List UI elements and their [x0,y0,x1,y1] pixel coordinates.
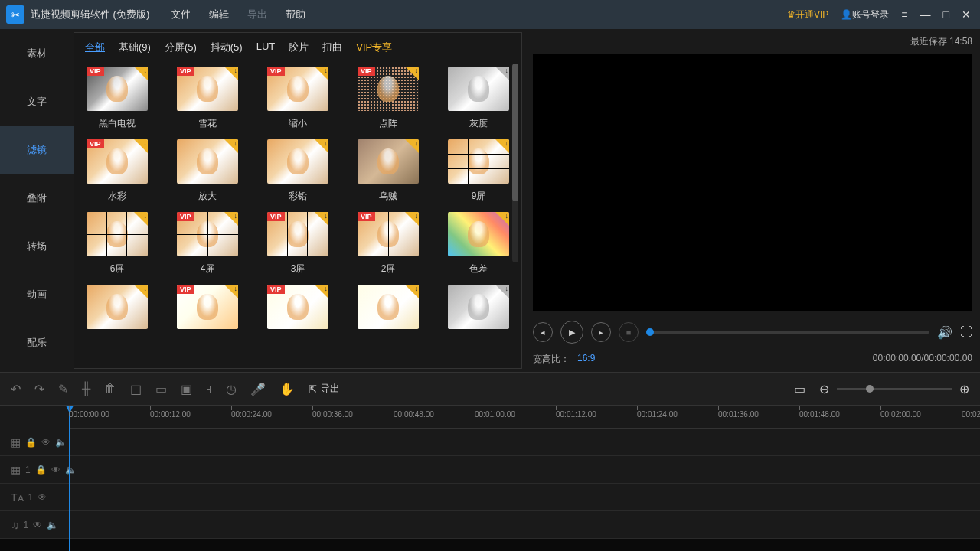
volume-icon[interactable]: 🔊 [937,325,952,340]
scrollbar[interactable] [512,64,518,262]
menu-edit[interactable]: 编辑 [209,8,229,21]
prev-frame-button[interactable]: ◂ [533,322,553,342]
sidenav-item-4[interactable]: 转场 [0,222,74,270]
filter-card[interactable]: 乌贼 [353,139,423,203]
filter-card[interactable]: VIP点阵 [353,67,423,130]
playhead[interactable] [69,406,70,551]
download-icon[interactable] [134,212,148,226]
close-icon[interactable]: ✕ [959,7,974,22]
filter-card[interactable] [353,285,423,335]
tab-basic[interactable]: 基础(9) [119,41,151,54]
mask-icon[interactable]: ▣ [181,382,192,396]
tab-all[interactable]: 全部 [85,41,105,54]
filter-label: 6屏 [110,262,125,276]
edit-icon[interactable]: ✎ [58,382,68,396]
download-icon[interactable] [134,67,148,80]
crop-icon[interactable]: ◫ [130,382,142,396]
aspect-value[interactable]: 16:9 [577,353,595,366]
sidenav-item-6[interactable]: 配乐 [0,318,74,367]
hand-icon[interactable]: ✋ [279,382,295,396]
zoom-out-icon[interactable]: ⊖ [819,382,829,396]
download-icon[interactable] [405,285,419,298]
download-icon[interactable] [495,285,509,298]
sidenav-item-1[interactable]: 文字 [0,77,74,126]
menu-help[interactable]: 帮助 [286,8,305,21]
login-button[interactable]: 👤 账号登录 [841,8,889,21]
fit-icon[interactable]: ▭ [794,382,805,396]
sidenav-item-2[interactable]: 滤镜 [0,126,74,174]
minimize-icon[interactable]: — [917,7,934,22]
download-icon[interactable] [315,212,328,226]
track-head: Tᴀ1👁 [0,491,69,504]
filter-card[interactable] [82,285,152,335]
filter-card[interactable]: 彩铅 [263,139,333,203]
filter-card[interactable]: VIP2屏 [353,212,423,276]
download-icon[interactable] [405,212,419,226]
zoom-slider[interactable] [837,388,952,390]
progress-bar[interactable] [646,331,929,334]
export-button[interactable]: ⇱ 导出 [309,382,340,396]
redo-icon[interactable]: ↷ [34,382,44,396]
filter-card[interactable]: VIP [263,285,333,335]
filter-card[interactable]: 6屏 [82,212,152,276]
tab-vip[interactable]: VIP专享 [356,41,392,54]
next-frame-button[interactable]: ▸ [591,322,611,342]
filter-card[interactable]: 色差 [443,212,514,276]
download-icon[interactable] [224,212,238,226]
split-icon[interactable]: ╫ [82,382,90,396]
download-icon[interactable] [224,285,238,298]
download-icon[interactable] [495,67,509,80]
filter-card[interactable]: VIP3屏 [263,212,333,276]
sidenav-item-5[interactable]: 动画 [0,270,74,318]
vip-button[interactable]: ♛ 开通VIP [787,8,828,21]
filter-card[interactable]: 放大 [172,139,243,203]
menu-icon[interactable]: ≡ [898,7,910,22]
download-icon[interactable] [405,139,419,153]
download-icon[interactable] [134,285,148,298]
filter-card[interactable]: VIP [172,285,243,335]
filter-card[interactable]: VIP雪花 [172,67,243,130]
sidenav-item-0[interactable]: 素材 [0,29,74,77]
ruler-tick: 00:01:48.00 [799,410,840,419]
filter-card[interactable]: VIP黑白电视 [82,67,152,130]
track-row[interactable]: ▦1🔒👁🔈 [0,456,980,484]
stop-button[interactable]: ■ [619,322,639,342]
download-icon[interactable] [224,67,238,80]
filter-card[interactable]: VIP4屏 [172,212,243,276]
zoom-in-icon[interactable]: ⊕ [959,382,969,396]
tab-film[interactable]: 胶片 [289,41,309,54]
download-icon[interactable] [315,139,328,153]
mic-icon[interactable]: 🎤 [250,382,266,396]
menu-export[interactable]: 导出 [247,8,267,21]
sidenav-item-3[interactable]: 叠附 [0,174,74,222]
filter-card[interactable]: 灰度 [443,67,514,130]
time-ruler[interactable]: 00:00:00.0000:00:12.0000:00:24.0000:00:3… [69,406,980,429]
ratio-icon[interactable]: ▭ [155,382,167,396]
download-icon[interactable] [315,285,328,298]
speed-icon[interactable]: ◷ [226,382,237,396]
track-row[interactable]: ♫1👁🔈 [0,511,980,539]
track-row[interactable]: ▦🔒👁🔈 [0,429,980,456]
filter-card[interactable]: 9屏 [443,139,514,203]
tab-split[interactable]: 分屏(5) [165,41,197,54]
adjust-icon[interactable]: ⫞ [206,382,212,396]
download-icon[interactable] [405,67,419,80]
maximize-icon[interactable]: □ [940,7,952,22]
play-button[interactable]: ▶ [560,321,583,344]
download-icon[interactable] [495,139,509,153]
delete-icon[interactable]: 🗑 [104,382,116,396]
track-row[interactable]: Tᴀ1👁 [0,484,980,511]
download-icon[interactable] [315,67,328,80]
download-icon[interactable] [495,212,509,226]
filter-card[interactable]: VIP缩小 [263,67,333,130]
tab-distort[interactable]: 扭曲 [322,41,342,54]
filter-card[interactable]: VIP水彩 [82,139,152,203]
tab-shake[interactable]: 抖动(5) [211,41,243,54]
menu-file[interactable]: 文件 [171,8,191,21]
tab-lut[interactable]: LUT [256,41,276,54]
download-icon[interactable] [134,139,148,153]
undo-icon[interactable]: ↶ [11,382,21,396]
fullscreen-icon[interactable]: ⛶ [960,325,972,339]
filter-card[interactable] [443,285,514,335]
download-icon[interactable] [224,139,238,153]
